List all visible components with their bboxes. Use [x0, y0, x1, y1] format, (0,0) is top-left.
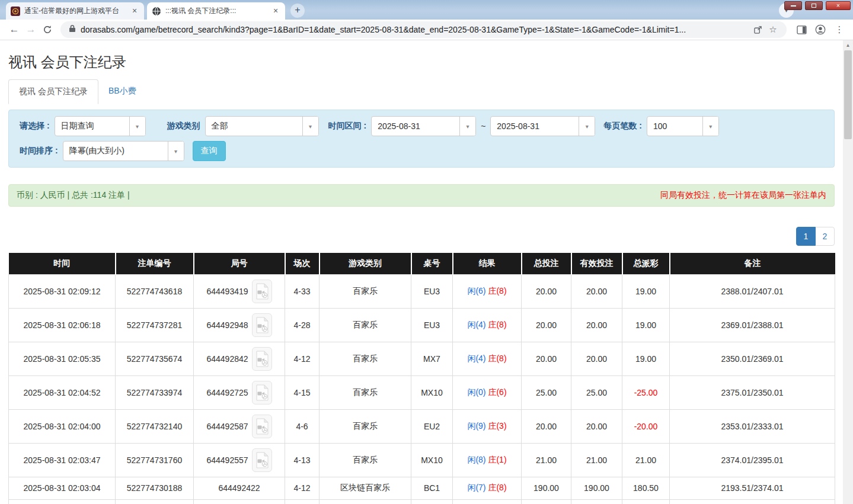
video-replay-button[interactable] [252, 448, 272, 472]
cell-session: 4-28 [285, 308, 320, 342]
bookmark-star-icon[interactable]: ☆ [765, 22, 781, 37]
tab-betrecord[interactable]: 视讯 会员下注纪录 [8, 79, 98, 104]
cell-table-no: BC1 [411, 477, 453, 499]
side-panel-icon[interactable] [794, 22, 809, 37]
tab-bb-tip[interactable]: BB小费 [98, 79, 146, 104]
column-header: 总派彩 [622, 253, 670, 274]
video-replay-button[interactable] [252, 280, 272, 303]
sort-select[interactable]: 降幂(由大到小) ▾ [63, 141, 184, 161]
round-id-text: 644493419 [206, 287, 248, 296]
cell-valid-bet: 20.00 [571, 342, 622, 375]
cell-total-bet[interactable]: 20.00 [522, 342, 571, 375]
caret-down-icon[interactable]: ▾ [459, 117, 475, 136]
cell-time: 2025-08-31 02:03:04 [9, 477, 116, 499]
caret-down-icon[interactable]: ▾ [168, 142, 184, 160]
browser-tab-1[interactable]: 通宝-信誉最好的网上游戏平台 × [6, 2, 144, 20]
forward-icon[interactable]: → [23, 21, 39, 38]
page-size-select[interactable]: 100 ▾ [647, 116, 719, 136]
caret-down-icon[interactable]: ▾ [579, 117, 595, 136]
video-replay-button[interactable] [252, 415, 272, 438]
cell-result: 闲(8) 庄(1) [453, 443, 522, 477]
cell-session: 4-6 [285, 409, 320, 443]
address-bar[interactable]: dorasabs.com/game/betrecord_search/kind3… [60, 21, 787, 38]
menu-kebab-icon[interactable]: ⋮ [832, 22, 847, 37]
back-icon[interactable]: ← [6, 21, 23, 38]
browser-tab-2-active[interactable]: :::视讯 会员下注纪录::: × [147, 2, 285, 20]
scrollbar-thumb[interactable] [844, 50, 852, 139]
tab-close-icon[interactable]: × [271, 7, 280, 16]
cell-time: 2025-08-31 02:09:12 [9, 274, 116, 308]
profile-avatar-icon[interactable] [813, 22, 828, 37]
cell-total-bet[interactable]: 21.00 [522, 443, 571, 477]
share-icon[interactable] [750, 22, 765, 37]
cell-result: 闲(4) 庄(7) [453, 499, 522, 504]
date-range-label: 时间区间 : [328, 121, 367, 131]
page-button-2[interactable]: 2 [815, 227, 835, 246]
date-start-picker[interactable]: 2025-08-31 ▾ [371, 116, 476, 136]
cell-table-no: MX7 [411, 342, 453, 375]
cell-bet-id: 522774732140 [116, 409, 194, 443]
reload-icon[interactable] [39, 21, 56, 38]
window-maximize-button[interactable] [805, 1, 823, 10]
cell-session: 4-10 [285, 499, 320, 504]
cell-table-no: MX10 [411, 443, 453, 477]
cell-total-bet[interactable]: 300.00 [522, 499, 571, 504]
query-type-select[interactable]: 日期查询 ▾ [55, 116, 146, 136]
column-header: 场次 [285, 253, 320, 274]
tab-close-icon[interactable]: × [130, 7, 139, 16]
cell-total-bet[interactable]: 190.00 [522, 477, 571, 499]
page-button-1[interactable]: 1 [796, 227, 816, 246]
cell-note: 2375.01/2350.01 [670, 375, 835, 409]
window-controls: × [784, 1, 851, 10]
video-replay-button[interactable] [252, 347, 272, 371]
column-header: 备注 [670, 253, 835, 274]
cell-time: 2025-08-31 02:05:35 [9, 342, 116, 375]
caret-down-icon[interactable]: ▾ [302, 117, 318, 136]
cell-round-id: 644492948 [194, 308, 285, 342]
date-end-picker[interactable]: 2025-08-31 ▾ [490, 116, 595, 136]
cell-session: 4-33 [285, 274, 320, 308]
result-player: 闲(4) [467, 354, 485, 363]
sort-label: 时间排序 : [20, 146, 58, 156]
cell-valid-bet: 20.00 [571, 409, 622, 443]
cell-payout: 285.00 [622, 499, 670, 504]
cell-valid-bet: 190.00 [571, 477, 622, 499]
round-id-text: 644492557 [206, 455, 248, 465]
page-scrollbar[interactable]: ▲ [843, 40, 853, 504]
cell-time: 2025-08-31 02:01:48 [9, 499, 116, 504]
column-header: 总投注 [522, 253, 571, 274]
cell-result: 闲(4) 庄(8) [453, 308, 522, 342]
scrollbar-up-icon[interactable]: ▲ [843, 40, 853, 50]
cell-total-bet[interactable]: 20.00 [522, 274, 571, 308]
caret-down-icon[interactable]: ▾ [702, 117, 718, 136]
result-banker: 庄(8) [488, 320, 506, 329]
search-button[interactable]: 查询 [193, 141, 226, 161]
cell-round-id: 644492557 [194, 443, 285, 477]
column-header: 时间 [9, 253, 116, 274]
caret-down-icon[interactable]: ▾ [129, 117, 145, 136]
cell-total-bet[interactable]: 25.00 [522, 375, 571, 409]
cell-payout: 180.50 [622, 477, 670, 499]
cell-total-bet[interactable]: 20.00 [522, 409, 571, 443]
result-player: 闲(9) [467, 421, 485, 431]
video-replay-button[interactable] [252, 313, 272, 337]
result-banker: 庄(3) [488, 421, 506, 431]
cell-table-no: EU3 [411, 308, 453, 342]
cell-time: 2025-08-31 02:04:00 [9, 409, 116, 443]
cell-payout: 21.00 [622, 443, 670, 477]
window-minimize-button[interactable] [784, 1, 802, 10]
cell-table-no: EU3 [411, 274, 453, 308]
url-text[interactable]: dorasabs.com/game/betrecord_search/kind3… [81, 25, 750, 34]
lock-icon [69, 24, 76, 35]
window-close-button[interactable]: × [826, 1, 851, 10]
cell-total-bet[interactable]: 20.00 [522, 308, 571, 342]
cell-payout: 19.00 [622, 342, 670, 375]
video-replay-button[interactable] [252, 381, 272, 405]
game-type-select[interactable]: 全部 ▾ [205, 116, 319, 136]
cell-payout: -25.00 [622, 375, 670, 409]
toolbar-right-icons: ⋮ [794, 22, 847, 37]
browser-tab-strip: 通宝-信誉最好的网上游戏平台 × :::视讯 会员下注纪录::: × + ▾ × [0, 0, 853, 20]
new-tab-button[interactable]: + [290, 4, 305, 18]
cell-game-type: 区块链百家乐 [320, 477, 411, 499]
cell-payout: -20.00 [622, 409, 670, 443]
